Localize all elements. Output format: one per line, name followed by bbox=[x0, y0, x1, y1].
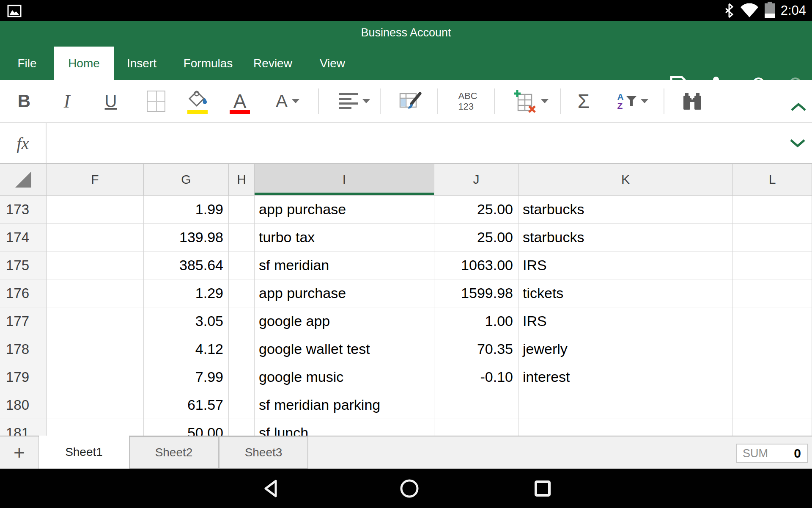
cell-i[interactable]: sf lunch bbox=[255, 419, 434, 436]
column-header-j[interactable]: J bbox=[434, 164, 518, 196]
cell-format-button[interactable] bbox=[397, 86, 425, 116]
bold-button[interactable]: B bbox=[11, 86, 37, 116]
row-header[interactable]: 178 bbox=[0, 335, 47, 363]
cell-g[interactable]: 7.99 bbox=[144, 363, 229, 391]
cell-j[interactable]: 25.00 bbox=[434, 196, 518, 224]
cell-j[interactable]: 25.00 bbox=[434, 224, 518, 251]
cell-k[interactable]: IRS bbox=[518, 307, 733, 335]
sheet-tab-sheet3[interactable]: Sheet3 bbox=[219, 436, 308, 469]
status-sum-box[interactable]: SUM 0 bbox=[736, 444, 808, 463]
cell-h[interactable] bbox=[229, 251, 255, 279]
sheet-tab-sheet1[interactable]: Sheet1 bbox=[39, 436, 129, 469]
cell-l[interactable] bbox=[733, 251, 812, 279]
cell-j[interactable]: 1.00 bbox=[434, 307, 518, 335]
cell-i[interactable]: app purchase bbox=[255, 279, 434, 307]
sheet-tab-sheet2[interactable]: Sheet2 bbox=[129, 436, 219, 469]
cell-g[interactable]: 1.29 bbox=[144, 279, 229, 307]
cell-f[interactable] bbox=[47, 391, 144, 419]
cell-k[interactable] bbox=[518, 391, 733, 419]
cell-k[interactable] bbox=[518, 419, 733, 436]
fill-color-button[interactable] bbox=[183, 86, 212, 116]
cell-j[interactable]: 70.35 bbox=[434, 335, 518, 363]
nav-back-button[interactable] bbox=[252, 469, 290, 508]
cell-k[interactable]: interest bbox=[518, 363, 733, 391]
cell-h[interactable] bbox=[229, 335, 255, 363]
cell-i[interactable]: sf meridian bbox=[255, 251, 434, 279]
cell-l[interactable] bbox=[733, 224, 812, 251]
cell-j[interactable]: -0.10 bbox=[434, 363, 518, 391]
cell-g[interactable]: 139.98 bbox=[144, 224, 229, 251]
cell-l[interactable] bbox=[733, 419, 812, 436]
row-header[interactable]: 180 bbox=[0, 391, 47, 419]
cell-k[interactable]: jewerly bbox=[518, 335, 733, 363]
cell-l[interactable] bbox=[733, 391, 812, 419]
borders-button[interactable] bbox=[143, 86, 169, 116]
cell-f[interactable] bbox=[47, 335, 144, 363]
cell-h[interactable] bbox=[229, 224, 255, 251]
alignment-button[interactable] bbox=[333, 86, 376, 116]
cell-j[interactable]: 1599.98 bbox=[434, 279, 518, 307]
row-header[interactable]: 177 bbox=[0, 307, 47, 335]
autosum-button[interactable]: Σ bbox=[571, 86, 596, 116]
cell-f[interactable] bbox=[47, 307, 144, 335]
cell-i[interactable]: google app bbox=[255, 307, 434, 335]
cell-f[interactable] bbox=[47, 196, 144, 224]
cell-l[interactable] bbox=[733, 196, 812, 224]
cell-j[interactable] bbox=[434, 391, 518, 419]
cell-g[interactable]: 4.12 bbox=[144, 335, 229, 363]
cell-l[interactable] bbox=[733, 363, 812, 391]
font-color-button[interactable]: A bbox=[227, 86, 253, 116]
cell-l[interactable] bbox=[733, 335, 812, 363]
collapse-ribbon-button[interactable] bbox=[787, 92, 810, 122]
column-header-i-selected[interactable]: I bbox=[255, 164, 434, 196]
cell-h[interactable] bbox=[229, 279, 255, 307]
cell-j[interactable]: 1063.00 bbox=[434, 251, 518, 279]
row-header[interactable]: 176 bbox=[0, 279, 47, 307]
cell-l[interactable] bbox=[733, 307, 812, 335]
add-sheet-button[interactable]: + bbox=[0, 436, 39, 469]
cell-f[interactable] bbox=[47, 363, 144, 391]
cell-k[interactable]: IRS bbox=[518, 251, 733, 279]
cell-k[interactable]: starbucks bbox=[518, 224, 733, 251]
cell-f[interactable] bbox=[47, 279, 144, 307]
cell-h[interactable] bbox=[229, 196, 255, 224]
expand-formula-bar-button[interactable] bbox=[789, 138, 806, 149]
row-header[interactable]: 181 bbox=[0, 419, 47, 436]
cell-g[interactable]: 50.00 bbox=[144, 419, 229, 436]
cell-j[interactable] bbox=[434, 419, 518, 436]
italic-button[interactable]: I bbox=[54, 86, 80, 116]
row-header[interactable]: 179 bbox=[0, 363, 47, 391]
insert-delete-cells-button[interactable] bbox=[508, 86, 554, 116]
number-format-button[interactable]: ABC 123 bbox=[452, 86, 484, 116]
column-header-h[interactable]: H bbox=[229, 164, 255, 196]
cell-h[interactable] bbox=[229, 307, 255, 335]
row-header[interactable]: 175 bbox=[0, 251, 47, 279]
cell-g[interactable]: 3.05 bbox=[144, 307, 229, 335]
row-header[interactable]: 173 bbox=[0, 196, 47, 224]
column-header-l[interactable]: L bbox=[733, 164, 812, 196]
cell-g[interactable]: 61.57 bbox=[144, 391, 229, 419]
cell-k[interactable]: tickets bbox=[518, 279, 733, 307]
cell-h[interactable] bbox=[229, 391, 255, 419]
cell-i[interactable]: sf meridian parking bbox=[255, 391, 434, 419]
underline-button[interactable]: U bbox=[98, 86, 123, 116]
column-header-g[interactable]: G bbox=[144, 164, 229, 196]
cell-i[interactable]: turbo tax bbox=[255, 224, 434, 251]
cell-k[interactable]: starbucks bbox=[518, 196, 733, 224]
formula-input[interactable] bbox=[47, 123, 775, 163]
find-button[interactable] bbox=[678, 86, 707, 116]
cell-i[interactable]: google music bbox=[255, 363, 434, 391]
select-all-corner[interactable] bbox=[0, 164, 47, 196]
sort-filter-button[interactable]: A Z bbox=[608, 86, 657, 116]
cell-i[interactable]: app purchase bbox=[255, 196, 434, 224]
column-header-f[interactable]: F bbox=[47, 164, 144, 196]
cell-g[interactable]: 1.99 bbox=[144, 196, 229, 224]
font-size-button[interactable]: A bbox=[266, 86, 309, 116]
cell-f[interactable] bbox=[47, 419, 144, 436]
cell-l[interactable] bbox=[733, 279, 812, 307]
cell-f[interactable] bbox=[47, 251, 144, 279]
nav-recents-button[interactable] bbox=[524, 469, 562, 508]
row-header[interactable]: 174 bbox=[0, 224, 47, 251]
cell-f[interactable] bbox=[47, 224, 144, 251]
cell-h[interactable] bbox=[229, 419, 255, 436]
